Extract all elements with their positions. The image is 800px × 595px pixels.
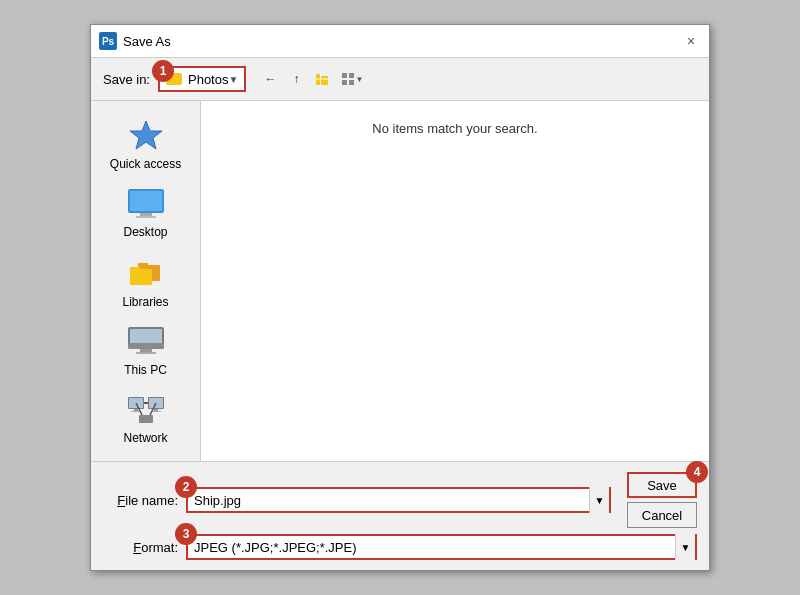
cancel-button[interactable]: Cancel xyxy=(627,502,697,528)
badge-3: 3 xyxy=(175,523,197,545)
views-button[interactable]: ▼ xyxy=(336,67,368,91)
svg-rect-6 xyxy=(342,80,347,85)
svg-rect-15 xyxy=(130,269,152,285)
back-button[interactable]: ← xyxy=(258,67,282,91)
svg-rect-3 xyxy=(316,79,328,80)
sidebar-item-quick-access-label: Quick access xyxy=(110,157,181,171)
up-button[interactable]: ↑ xyxy=(284,67,308,91)
sidebar-item-network-label: Network xyxy=(123,431,167,445)
sidebar-item-libraries-label: Libraries xyxy=(122,295,168,309)
sidebar-item-desktop[interactable]: Desktop xyxy=(91,179,200,247)
svg-rect-16 xyxy=(130,267,140,271)
badge-1: 1 xyxy=(152,60,174,82)
content-area: No items match your search. xyxy=(201,101,709,461)
svg-rect-20 xyxy=(136,352,156,354)
file-name-label: File name: xyxy=(103,493,178,508)
svg-rect-14 xyxy=(138,263,148,267)
svg-rect-21 xyxy=(128,343,164,349)
file-name-row: File name: ▼ 2 Save 4 Cancel xyxy=(103,472,697,528)
save-btn-wrapper: Save 4 xyxy=(627,472,697,498)
bottom-area: File name: ▼ 2 Save 4 Cancel Format: xyxy=(91,461,709,570)
dialog-title: Save As xyxy=(123,34,675,49)
save-in-value: Photos xyxy=(188,72,228,87)
toolbar-buttons: ← ↑ ▼ xyxy=(258,67,368,91)
new-folder-button[interactable] xyxy=(310,67,334,91)
format-dropdown-wrapper: JPEG (*.JPG;*.JPEG;*.JPE) ▼ xyxy=(186,534,697,560)
format-wrapper: JPEG (*.JPG;*.JPEG;*.JPE) ▼ 3 xyxy=(186,534,697,560)
quick-access-icon xyxy=(126,117,166,153)
sidebar-item-this-pc-label: This PC xyxy=(124,363,167,377)
save-as-dialog: Ps Save As × Save in: Photos ▼ 1 ← ↑ xyxy=(90,24,710,571)
badge-4: 4 xyxy=(686,461,708,483)
file-name-wrapper: ▼ 2 xyxy=(186,487,611,513)
save-in-row: Save in: Photos ▼ 1 ← ↑ xyxy=(91,58,709,100)
format-value: JPEG (*.JPG;*.JPEG;*.JPE) xyxy=(188,540,675,555)
close-button[interactable]: × xyxy=(681,31,701,51)
sidebar-item-this-pc[interactable]: This PC xyxy=(91,317,200,385)
badge-2: 2 xyxy=(175,476,197,498)
save-in-arrow-icon: ▼ xyxy=(228,74,238,85)
svg-rect-10 xyxy=(130,191,162,211)
libraries-icon xyxy=(126,255,166,291)
format-row: Format: JPEG (*.JPG;*.JPEG;*.JPE) ▼ 3 xyxy=(103,534,697,560)
this-pc-icon xyxy=(126,325,166,359)
title-bar: Ps Save As × xyxy=(91,25,709,58)
action-buttons: Save 4 Cancel xyxy=(627,472,697,528)
sidebar-item-desktop-label: Desktop xyxy=(123,225,167,239)
file-name-dropdown-btn[interactable]: ▼ xyxy=(589,487,609,513)
no-items-message: No items match your search. xyxy=(372,121,537,136)
sidebar-item-quick-access[interactable]: Quick access xyxy=(91,109,200,179)
app-icon: Ps xyxy=(99,32,117,50)
svg-rect-5 xyxy=(349,73,354,78)
network-icon xyxy=(126,393,166,427)
svg-rect-31 xyxy=(139,415,153,423)
format-dropdown-btn[interactable]: ▼ xyxy=(675,534,695,560)
file-name-input[interactable] xyxy=(188,493,589,508)
sidebar-item-network[interactable]: Network xyxy=(91,385,200,453)
save-in-wrapper: Photos ▼ 1 xyxy=(158,66,246,92)
sidebar-item-libraries[interactable]: Libraries xyxy=(91,247,200,317)
svg-rect-4 xyxy=(342,73,347,78)
sidebar: Quick access Desktop xyxy=(91,101,201,461)
svg-marker-8 xyxy=(130,121,162,149)
desktop-icon xyxy=(126,187,166,221)
svg-rect-7 xyxy=(349,80,354,85)
save-in-label: Save in: xyxy=(103,72,150,87)
main-area: Quick access Desktop xyxy=(91,100,709,461)
svg-rect-0 xyxy=(316,76,328,85)
svg-rect-12 xyxy=(136,216,156,218)
file-name-input-wrapper: ▼ xyxy=(186,487,611,513)
format-label: Format: xyxy=(103,540,178,555)
